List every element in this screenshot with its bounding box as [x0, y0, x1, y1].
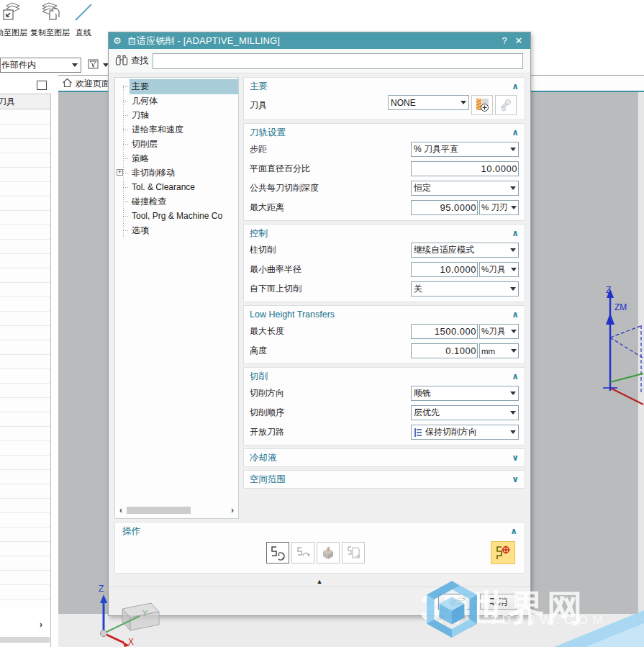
- nav-item-cut-levels[interactable]: 切削层: [115, 137, 238, 151]
- tool-navigator-panel: 刀具 ›: [0, 94, 51, 647]
- height-input[interactable]: 0.1000: [411, 343, 478, 358]
- chevron-down-icon: [511, 330, 517, 333]
- flat-percent-label: 平面直径百分比: [250, 163, 411, 175]
- selection-scope-dropdown[interactable]: 作部件内: [0, 58, 81, 73]
- collapse-section-icon[interactable]: ∧: [512, 228, 519, 238]
- panel-horizontal-scrollbar[interactable]: [0, 637, 50, 643]
- selection-scope-value: 作部件内: [1, 59, 70, 71]
- view-filter-button[interactable]: [86, 58, 109, 73]
- nav-item-options[interactable]: 选项: [115, 223, 238, 237]
- generate-highlighted-button[interactable]: [491, 541, 515, 564]
- chevron-down-icon: [511, 268, 517, 271]
- generate-toolpath-icon: [270, 545, 286, 561]
- max-length-unit-dropdown[interactable]: %刀具: [479, 324, 519, 339]
- max-distance-input[interactable]: 95.0000: [411, 200, 478, 215]
- help-button[interactable]: ?: [497, 35, 512, 46]
- nav-item-feeds-speeds[interactable]: 进给率和速度: [115, 122, 238, 137]
- min-curvature-input[interactable]: 10.0000: [411, 262, 478, 277]
- verify-toolpath-button[interactable]: [317, 542, 340, 564]
- nav-item-tol-clearance[interactable]: Tol. & Clearance: [115, 180, 238, 194]
- nav-item-strategy[interactable]: 策略: [115, 151, 238, 166]
- selection-scope-row: 作部件内: [0, 57, 109, 73]
- gear-icon: ⚙: [113, 35, 122, 46]
- tool-label: 刀具: [250, 99, 388, 112]
- collapse-section-icon[interactable]: ∧: [512, 81, 519, 91]
- toolbar-item-label: 直线: [76, 27, 91, 38]
- mcs-z-label: Z: [606, 285, 611, 295]
- nav-item-tool-prg-machine[interactable]: Tool, Prg & Machine Co: [115, 209, 238, 223]
- tree-expander-icon[interactable]: +: [117, 169, 123, 176]
- section-main: 主要∧ 刀具 NONE: [243, 77, 525, 120]
- height-unit-dropdown[interactable]: mm: [479, 343, 519, 358]
- section-title: 空间范围: [250, 474, 286, 486]
- toolbar-item-label: 复制至图层: [30, 27, 70, 38]
- panel-pin-button[interactable]: [37, 81, 47, 90]
- collapse-section-icon[interactable]: ∧: [512, 371, 519, 381]
- section-title: 操作: [122, 525, 140, 538]
- collapse-section-icon[interactable]: ∧: [512, 309, 519, 320]
- tab-welcome-page[interactable]: 欢迎页面: [59, 76, 113, 91]
- cut-direction-dropdown[interactable]: 顺铣: [411, 386, 519, 401]
- generate-crosshair-icon: [494, 544, 512, 561]
- min-curvature-unit-dropdown[interactable]: %刀具: [479, 262, 519, 277]
- section-title: Low Height Transfers: [250, 309, 335, 320]
- scroll-right-icon[interactable]: ›: [228, 505, 237, 515]
- nav-horizontal-scrollbar[interactable]: ‹ ›: [117, 505, 237, 515]
- depth-per-cut-dropdown[interactable]: 恒定: [411, 181, 519, 196]
- nav-item-collision-check[interactable]: 碰撞检查: [115, 194, 238, 209]
- flat-percent-input[interactable]: 10.0000: [411, 161, 519, 176]
- tool-list-header-label: 刀具: [0, 96, 15, 108]
- section-cutting: 切削∧ 切削方向 顺铣 切削顺序 层优先 开放刀路: [243, 367, 525, 445]
- section-low-height-transfers: Low Height Transfers∧ 最大长度 1500.000 %刀具 …: [243, 305, 525, 364]
- generate-toolpath-button[interactable]: [266, 542, 289, 564]
- chevron-down-icon: [510, 430, 516, 434]
- nav-item-tool-axis[interactable]: 刀轴: [115, 108, 238, 122]
- scroll-left-icon[interactable]: ‹: [117, 505, 125, 515]
- tool-list-header[interactable]: 刀具: [0, 94, 50, 109]
- filter-icon: [86, 58, 101, 73]
- open-passes-dropdown[interactable]: 保持切削方向: [411, 425, 519, 440]
- nav-item-main[interactable]: 主要: [115, 79, 238, 94]
- panel-expand-arrow[interactable]: ›: [35, 620, 47, 631]
- chevron-down-icon: [461, 101, 466, 104]
- close-button[interactable]: ✕: [512, 35, 526, 46]
- max-distance-unit-dropdown[interactable]: % 刀刃: [479, 200, 519, 215]
- cut-order-dropdown[interactable]: 层优先: [411, 405, 519, 420]
- chevron-down-icon: [510, 392, 516, 395]
- dialog-content: 主要∧ 刀具 NONE: [243, 77, 525, 519]
- scrollbar-thumb[interactable]: [127, 507, 191, 514]
- line-button[interactable]: 直线: [73, 0, 94, 37]
- nav-item-non-cutting-moves[interactable]: + 非切削移动: [115, 166, 238, 180]
- move-to-layer-button[interactable]: 动至图层: [0, 0, 27, 37]
- copy-to-layer-button[interactable]: 复制至图层: [30, 0, 70, 37]
- wcs-z-label: Z: [99, 584, 104, 594]
- chevron-down-icon: [511, 349, 517, 353]
- depth-per-cut-label: 公共每刀切削深度: [250, 182, 411, 194]
- new-tool-icon: [474, 97, 490, 113]
- dialog-titlebar[interactable]: ⚙ 自适应铣削 - [ADAPTIVE_MILLING] ? ✕: [109, 32, 530, 49]
- tool-list-rows[interactable]: [0, 110, 50, 607]
- pillar-cut-dropdown[interactable]: 继续自适应模式: [411, 243, 519, 258]
- bottom-up-dropdown[interactable]: 关: [411, 281, 519, 297]
- chevron-down-icon: [72, 63, 78, 67]
- stepover-dropdown[interactable]: % 刀具平直: [411, 142, 519, 157]
- tool-dropdown[interactable]: NONE: [388, 95, 469, 110]
- collapse-section-icon[interactable]: ∧: [510, 526, 517, 536]
- new-tool-button[interactable]: [471, 95, 493, 115]
- expand-section-icon[interactable]: ∨: [512, 453, 519, 463]
- dialog-title: 自适应铣削 - [ADAPTIVE_MILLING]: [127, 35, 497, 47]
- chevron-down-icon: [510, 186, 516, 190]
- find-input[interactable]: [153, 53, 523, 69]
- layer-toolbar: 动至图层 复制至图层 直线: [0, 0, 108, 37]
- dialog-search-row: 查找: [109, 49, 530, 73]
- collapse-section-icon[interactable]: ∧: [512, 127, 519, 137]
- max-length-input[interactable]: 1500.000: [411, 324, 478, 339]
- replay-toolpath-button[interactable]: [291, 542, 314, 564]
- edit-tool-button[interactable]: [495, 95, 517, 115]
- list-toolpath-button[interactable]: [342, 542, 365, 564]
- machine-coordinate-axes: Z ZM: [580, 283, 644, 409]
- section-title: 切削: [250, 371, 268, 383]
- section-toolpath-settings: 刀轨设置∧ 步距 % 刀具平直 平面直径百分比 10.0000 公共每刀切削深度…: [243, 123, 525, 221]
- expand-section-icon[interactable]: ∨: [512, 474, 519, 484]
- nav-item-geometry[interactable]: 几何体: [115, 94, 238, 108]
